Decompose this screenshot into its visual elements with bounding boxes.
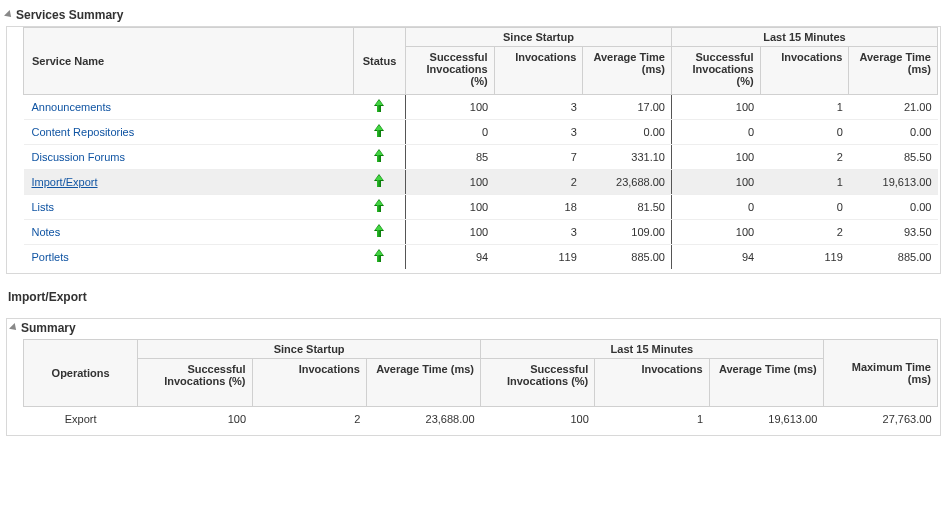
startup-invocations: 3 <box>494 95 583 120</box>
service-link[interactable]: Notes <box>32 226 61 238</box>
status-up-icon <box>374 199 384 213</box>
table-row[interactable]: Lists1001881.50000.00 <box>24 195 938 220</box>
startup-invocations: 2 <box>494 170 583 195</box>
detail-summary-header: Summary <box>11 321 940 335</box>
startup-avg-time: 331.10 <box>583 145 672 170</box>
services-summary-title: Services Summary <box>16 8 123 22</box>
table-row[interactable]: Import/Export100223,688.00100119,613.00 <box>24 170 938 195</box>
last15-invocations: 0 <box>760 195 849 220</box>
last15-success-pct: 94 <box>671 245 760 270</box>
last15-avg-time: 21.00 <box>849 95 938 120</box>
col-startup-success-pct: Successful Invocations (%) <box>138 359 252 407</box>
startup-invocations: 3 <box>494 120 583 145</box>
col-startup-avg-time: Average Time (ms) <box>583 47 672 95</box>
startup-success-pct: 100 <box>406 220 495 245</box>
col-last15-success-pct: Successful Invocations (%) <box>671 47 760 95</box>
service-link[interactable]: Discussion Forums <box>32 151 126 163</box>
service-link[interactable]: Content Repositories <box>32 126 135 138</box>
status-up-icon <box>374 224 384 238</box>
col-last15-avg-time: Average Time (ms) <box>849 47 938 95</box>
startup-success-pct: 85 <box>406 145 495 170</box>
col-group-startup: Since Startup <box>138 340 481 359</box>
status-up-icon <box>374 249 384 263</box>
startup-avg-time: 0.00 <box>583 120 672 145</box>
service-link[interactable]: Portlets <box>32 251 69 263</box>
table-row[interactable]: Notes1003109.00100293.50 <box>24 220 938 245</box>
col-group-last15: Last 15 Minutes <box>481 340 824 359</box>
last15-success-pct: 0 <box>671 120 760 145</box>
detail-panel: Summary Operations Since Startup Last 15… <box>6 318 941 436</box>
last15-success-pct: 100 <box>671 220 760 245</box>
startup-invocations: 119 <box>494 245 583 270</box>
last15-success-pct: 100 <box>671 170 760 195</box>
last15-success-pct: 100 <box>671 95 760 120</box>
startup-invocations: 2 <box>252 407 366 432</box>
table-row[interactable]: Portlets94119885.0094119885.00 <box>24 245 938 270</box>
col-last15-avg-time: Average Time (ms) <box>709 359 823 407</box>
col-last15-success-pct: Successful Invocations (%) <box>481 359 595 407</box>
last15-invocations: 1 <box>760 170 849 195</box>
table-row[interactable]: Export100223,688.00100119,613.0027,763.0… <box>24 407 938 432</box>
startup-invocations: 7 <box>494 145 583 170</box>
startup-avg-time: 23,688.00 <box>583 170 672 195</box>
operation-name: Export <box>24 407 138 432</box>
detail-summary-title: Summary <box>21 321 76 335</box>
last15-invocations: 1 <box>760 95 849 120</box>
col-operations: Operations <box>24 340 138 407</box>
startup-avg-time: 885.00 <box>583 245 672 270</box>
last15-avg-time: 0.00 <box>849 120 938 145</box>
max-time: 27,763.00 <box>823 407 937 432</box>
table-row[interactable]: Content Repositories030.00000.00 <box>24 120 938 145</box>
collapse-icon[interactable] <box>9 323 19 333</box>
detail-table: Operations Since Startup Last 15 Minutes… <box>23 339 938 431</box>
col-group-last15: Last 15 Minutes <box>671 28 937 47</box>
last15-invocations: 119 <box>760 245 849 270</box>
last15-invocations: 1 <box>595 407 709 432</box>
startup-invocations: 18 <box>494 195 583 220</box>
startup-avg-time: 23,688.00 <box>366 407 480 432</box>
startup-invocations: 3 <box>494 220 583 245</box>
last15-avg-time: 885.00 <box>849 245 938 270</box>
startup-avg-time: 17.00 <box>583 95 672 120</box>
startup-success-pct: 94 <box>406 245 495 270</box>
status-up-icon <box>374 174 384 188</box>
col-startup-avg-time: Average Time (ms) <box>366 359 480 407</box>
last15-success-pct: 100 <box>671 145 760 170</box>
startup-avg-time: 81.50 <box>583 195 672 220</box>
collapse-icon[interactable] <box>4 10 14 20</box>
service-link[interactable]: Import/Export <box>32 176 98 188</box>
last15-avg-time: 19,613.00 <box>709 407 823 432</box>
col-last15-invocations: Invocations <box>760 47 849 95</box>
last15-success-pct: 100 <box>481 407 595 432</box>
col-startup-invocations: Invocations <box>494 47 583 95</box>
startup-success-pct: 0 <box>406 120 495 145</box>
service-link[interactable]: Lists <box>32 201 55 213</box>
last15-invocations: 0 <box>760 120 849 145</box>
col-service-name: Service Name <box>24 28 354 95</box>
last15-invocations: 2 <box>760 220 849 245</box>
startup-success-pct: 100 <box>406 195 495 220</box>
services-summary-panel: Service Name Status Since Startup Last 1… <box>6 26 941 274</box>
startup-success-pct: 100 <box>406 170 495 195</box>
status-up-icon <box>374 124 384 138</box>
col-max-time: Maximum Time (ms) <box>823 340 937 407</box>
service-link[interactable]: Announcements <box>32 101 112 113</box>
services-table: Service Name Status Since Startup Last 1… <box>23 27 938 269</box>
services-summary-header: Services Summary <box>6 8 941 22</box>
status-up-icon <box>374 149 384 163</box>
last15-avg-time: 19,613.00 <box>849 170 938 195</box>
status-up-icon <box>374 99 384 113</box>
last15-success-pct: 0 <box>671 195 760 220</box>
last15-invocations: 2 <box>760 145 849 170</box>
last15-avg-time: 93.50 <box>849 220 938 245</box>
last15-avg-time: 0.00 <box>849 195 938 220</box>
detail-title: Import/Export <box>8 290 941 304</box>
startup-success-pct: 100 <box>138 407 252 432</box>
startup-avg-time: 109.00 <box>583 220 672 245</box>
table-row[interactable]: Discussion Forums857331.10100285.50 <box>24 145 938 170</box>
col-group-startup: Since Startup <box>406 28 672 47</box>
table-row[interactable]: Announcements100317.00100121.00 <box>24 95 938 120</box>
col-last15-invocations: Invocations <box>595 359 709 407</box>
col-status: Status <box>354 28 406 95</box>
last15-avg-time: 85.50 <box>849 145 938 170</box>
